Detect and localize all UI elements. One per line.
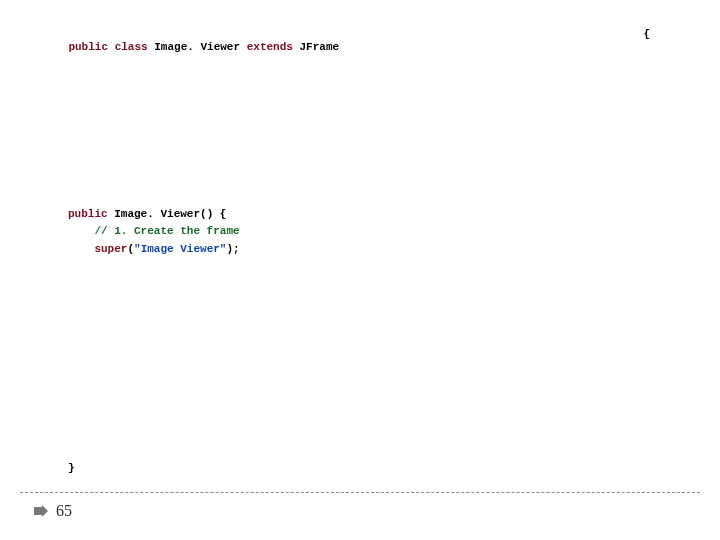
constructor-name: Image. Viewer()	[114, 208, 213, 220]
class-open-brace: {	[643, 28, 650, 40]
string-literal: "Image Viewer"	[134, 243, 226, 255]
code-line-class-decl: public class Image. Viewer extends JFram…	[42, 28, 339, 68]
ctor-open-brace: {	[220, 208, 227, 220]
supertype-name: JFrame	[300, 41, 340, 53]
keyword-public: public	[68, 41, 108, 53]
constructor-block: public Image. Viewer() { // 1. Create th…	[68, 188, 240, 276]
keyword-super: super	[94, 243, 127, 255]
svg-marker-0	[34, 505, 48, 517]
class-name: Image. Viewer	[154, 41, 240, 53]
page-number: 65	[56, 502, 72, 520]
ctor-close-brace: }	[68, 462, 75, 474]
paren-close-semi: );	[226, 243, 239, 255]
keyword-class: class	[115, 41, 148, 53]
arrow-right-icon	[34, 505, 48, 517]
keyword-public-ctor: public	[68, 208, 108, 220]
slide: public class Image. Viewer extends JFram…	[0, 0, 720, 540]
footer-divider	[20, 492, 700, 493]
keyword-extends: extends	[247, 41, 293, 53]
footer: 65	[34, 502, 72, 520]
comment-line: // 1. Create the frame	[94, 225, 239, 237]
